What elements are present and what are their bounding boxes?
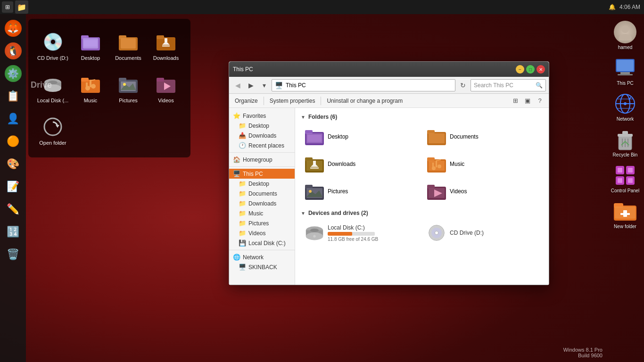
organize-button[interactable]: Organize bbox=[233, 97, 260, 105]
right-dock-network[interactable]: Network bbox=[612, 90, 638, 123]
desktop-item-downloads[interactable]: Downloads bbox=[147, 25, 185, 67]
svg-point-73 bbox=[619, 34, 632, 41]
svg-rect-24 bbox=[119, 78, 126, 82]
explorer-title: This PC bbox=[233, 66, 253, 73]
sidebar-favorites-section: ⭐ Favorites 📁 Desktop 📥 Downloads 🕐 Rece… bbox=[229, 111, 295, 150]
sidebar-item-fav-recent[interactable]: 🕐 Recent places bbox=[229, 140, 295, 150]
maximize-button[interactable]: □ bbox=[526, 65, 535, 74]
right-dock-recycle-bin[interactable]: Recycle Bin bbox=[611, 126, 640, 159]
devices-section-label: Devices and drives (2) bbox=[308, 210, 368, 216]
desktop-item-pictures[interactable]: Pictures bbox=[109, 67, 147, 109]
dock-item-app6[interactable]: ✏️ bbox=[3, 199, 24, 220]
nav-pictures-label: Pictures bbox=[248, 220, 269, 227]
dock-item-software[interactable]: ⚙️ bbox=[3, 63, 24, 84]
sidebar-item-fav-desktop[interactable]: 📁 Desktop bbox=[229, 121, 295, 131]
devices-section-header[interactable]: ▼ Devices and drives (2) bbox=[301, 210, 543, 216]
address-field[interactable]: 🖥️ This PC bbox=[272, 79, 455, 91]
desktop-label: Desktop bbox=[81, 55, 100, 61]
dock-item-app1[interactable]: 📋 bbox=[3, 86, 24, 107]
sidebar-homegroup-section: 🏠 Homegroup bbox=[229, 155, 295, 165]
minimize-button[interactable]: − bbox=[516, 65, 524, 74]
right-dock-this-pc[interactable]: This PC bbox=[612, 55, 638, 88]
back-button[interactable]: ◀ bbox=[232, 80, 243, 91]
folder-item-music[interactable]: Music bbox=[423, 151, 543, 177]
svg-rect-41 bbox=[305, 157, 313, 161]
sidebar-favorites-header[interactable]: ⭐ Favorites bbox=[229, 111, 295, 121]
open-folder-label: Open folder bbox=[39, 140, 66, 146]
explorer-main-content: ▼ Folders (6) Desktop bbox=[295, 108, 549, 285]
desktop-item-videos[interactable]: Videos bbox=[147, 67, 185, 109]
svg-rect-39 bbox=[429, 133, 445, 143]
folder-item-videos[interactable]: Videos bbox=[423, 179, 543, 204]
start-button[interactable]: ⊞ bbox=[2, 1, 13, 13]
sidebar-item-nav-videos[interactable]: 📁 Videos bbox=[229, 228, 295, 238]
videos-folder-label: Videos bbox=[450, 188, 467, 195]
dropdown-button[interactable]: ▾ bbox=[258, 80, 270, 91]
this-pc-dock-icon bbox=[614, 57, 636, 79]
network-nav-label: Network bbox=[243, 254, 264, 261]
svg-rect-55 bbox=[305, 185, 313, 189]
sidebar-item-network[interactable]: 🌐 Network bbox=[229, 252, 295, 262]
videos-label-grid: Videos bbox=[158, 98, 173, 103]
devices-arrow: ▼ bbox=[301, 211, 305, 216]
sidebar-divider-2 bbox=[229, 166, 295, 167]
system-properties-button[interactable]: System properties bbox=[268, 97, 317, 105]
sidebar-item-nav-desktop[interactable]: 📁 Desktop bbox=[229, 179, 295, 189]
fav-downloads-label: Downloads bbox=[248, 132, 276, 139]
sidebar-item-nav-downloads[interactable]: 📁 Downloads bbox=[229, 198, 295, 208]
help-button[interactable]: ? bbox=[535, 96, 545, 106]
refresh-button[interactable]: ↻ bbox=[457, 80, 469, 91]
svg-point-19 bbox=[91, 84, 96, 89]
desktop-item-desktop[interactable]: Desktop bbox=[72, 25, 109, 67]
dock-item-app2[interactable]: 👤 bbox=[3, 108, 24, 129]
dock-item-app4[interactable]: 🎨 bbox=[3, 154, 24, 174]
uninstall-button[interactable]: Uninstall or change a program bbox=[325, 97, 405, 105]
right-dock-user[interactable]: hamed bbox=[612, 19, 638, 52]
drive-item-cd[interactable]: CD Drive (D:) bbox=[423, 220, 543, 246]
taskbar-explorer-icon[interactable]: 📁 bbox=[15, 0, 28, 14]
sidebar-item-homegroup[interactable]: 🏠 Homegroup bbox=[229, 155, 295, 165]
desktop-item-documents[interactable]: Documents bbox=[109, 25, 147, 67]
desktop-item-open-folder[interactable]: Open folder bbox=[34, 109, 72, 152]
dock-item-ubuntu[interactable]: 🐧 bbox=[3, 41, 24, 61]
drive-item-local-disk[interactable]: Local Disk (C:) 11.8 GB free of 24.6 GB bbox=[301, 220, 421, 246]
sidebar-item-nav-local-disk[interactable]: 💾 Local Disk (C:) bbox=[229, 238, 295, 248]
desktop-item-music[interactable]: Music bbox=[72, 67, 109, 109]
right-dock-control-panel[interactable]: Control Panel bbox=[609, 162, 642, 195]
folders-section-header[interactable]: ▼ Folders (6) bbox=[301, 114, 543, 120]
sidebar-item-nav-documents[interactable]: 📁 Documents bbox=[229, 189, 295, 198]
dock-item-app3[interactable]: 🟠 bbox=[3, 131, 24, 152]
forward-button[interactable]: ▶ bbox=[245, 80, 256, 91]
taskbar: ⊞ 📁 🔔 4:06 AM bbox=[0, 0, 644, 14]
view-change-button[interactable]: ⊞ bbox=[510, 96, 520, 106]
sidebar-item-nav-music[interactable]: 📁 Music bbox=[229, 208, 295, 218]
dock-item-firefox[interactable]: 🦊 bbox=[3, 18, 24, 39]
folder-item-downloads[interactable]: Downloads bbox=[301, 151, 421, 177]
control-panel-icon bbox=[614, 164, 636, 187]
nav-local-disk-icon: 💾 bbox=[239, 239, 246, 247]
folder-item-pictures[interactable]: Pictures bbox=[301, 179, 421, 204]
folder-item-desktop[interactable]: Desktop bbox=[301, 124, 421, 149]
local-disk-label-grid: Local Disk (... bbox=[37, 98, 69, 103]
dock-item-calc[interactable]: 🔢 bbox=[3, 222, 24, 242]
dock-item-app5[interactable]: 📝 bbox=[3, 176, 24, 197]
dock-item-trash[interactable]: 🗑️ bbox=[3, 244, 24, 265]
sidebar-item-nav-pictures[interactable]: 📁 Pictures bbox=[229, 218, 295, 228]
svg-rect-77 bbox=[618, 74, 633, 75]
windows-version-line2: Build 9600 bbox=[563, 353, 603, 358]
right-dock-new-folder[interactable]: New folder bbox=[612, 198, 638, 231]
sidebar-item-fav-downloads[interactable]: 📥 Downloads bbox=[229, 131, 295, 140]
new-folder-label: New folder bbox=[614, 224, 636, 229]
sidebar-item-skinback[interactable]: 🖥️ SKINBACK bbox=[229, 262, 295, 272]
sidebar-item-this-pc[interactable]: 🖥️ This PC bbox=[229, 169, 295, 179]
details-pane-button[interactable]: ▣ bbox=[522, 96, 533, 106]
folder-item-documents[interactable]: Documents bbox=[423, 124, 543, 149]
close-button[interactable]: ✕ bbox=[537, 65, 545, 74]
network-dock-icon bbox=[614, 92, 636, 115]
search-field[interactable]: Search This PC 🔍 bbox=[471, 79, 546, 91]
search-icon: 🔍 bbox=[536, 82, 543, 89]
desktop-item-cd[interactable]: 💿 CD Drive (D:) bbox=[34, 25, 72, 67]
desktop-folder-icon bbox=[79, 31, 102, 53]
drives-grid: Local Disk (C:) 11.8 GB free of 24.6 GB bbox=[301, 220, 543, 246]
svg-marker-32 bbox=[56, 125, 59, 128]
